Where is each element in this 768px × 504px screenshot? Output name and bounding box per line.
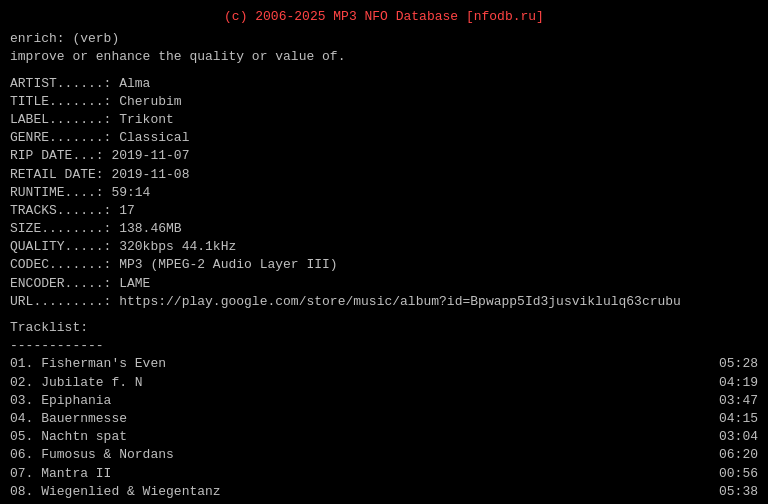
metadata-label: LABEL.......: Trikont xyxy=(10,111,758,129)
track-row: 03. Epiphania03:47 xyxy=(10,392,758,410)
track-duration: 00:56 xyxy=(698,465,758,483)
track-row: 04. Bauernmesse04:15 xyxy=(10,410,758,428)
metadata-artist: ARTIST......: Alma xyxy=(10,75,758,93)
tracklist: 01. Fisherman's Even05:2802. Jubilate f.… xyxy=(10,355,758,504)
track-title: 07. Mantra II xyxy=(10,465,698,483)
tracklist-divider: ------------ xyxy=(10,337,758,355)
track-duration: 06:20 xyxy=(698,446,758,464)
track-title: 05. Nachtn spat xyxy=(10,428,698,446)
track-duration: 03:04 xyxy=(698,428,758,446)
enrich-definition: improve or enhance the quality or value … xyxy=(10,48,758,66)
metadata-rip-date: RIP DATE...: 2019-11-07 xyxy=(10,147,758,165)
track-duration: 05:38 xyxy=(698,483,758,501)
track-duration: 05:28 xyxy=(698,355,758,373)
metadata-tracks: TRACKS......: 17 xyxy=(10,202,758,220)
track-row: 06. Fumosus & Nordans06:20 xyxy=(10,446,758,464)
metadata-genre: GENRE.......: Classical xyxy=(10,129,758,147)
track-row: 05. Nachtn spat03:04 xyxy=(10,428,758,446)
track-duration: 03:47 xyxy=(698,392,758,410)
track-row: 01. Fisherman's Even05:28 xyxy=(10,355,758,373)
track-title: 01. Fisherman's Even xyxy=(10,355,698,373)
track-duration: 04:19 xyxy=(698,374,758,392)
metadata-retail-date: RETAIL DATE: 2019-11-08 xyxy=(10,166,758,184)
metadata-runtime: RUNTIME....: 59:14 xyxy=(10,184,758,202)
track-title: 08. Wiegenlied & Wiegentanz xyxy=(10,483,698,501)
track-title: 02. Jubilate f. N xyxy=(10,374,698,392)
enrich-verb: enrich: (verb) xyxy=(10,30,758,48)
metadata-url: URL.........: https://play.google.com/st… xyxy=(10,293,758,311)
track-row: 07. Mantra II00:56 xyxy=(10,465,758,483)
track-title: 06. Fumosus & Nordans xyxy=(10,446,698,464)
track-title: 04. Bauernmesse xyxy=(10,410,698,428)
copyright-line: (c) 2006-2025 MP3 NFO Database [nfodb.ru… xyxy=(10,8,758,26)
track-title: 03. Epiphania xyxy=(10,392,698,410)
metadata-encoder: ENCODER.....: LAME xyxy=(10,275,758,293)
metadata-quality: QUALITY.....: 320kbps 44.1kHz xyxy=(10,238,758,256)
track-duration: 04:15 xyxy=(698,410,758,428)
metadata-section: ARTIST......: Alma TITLE.......: Cherubi… xyxy=(10,75,758,311)
metadata-codec: CODEC.......: MP3 (MPEG-2 Audio Layer II… xyxy=(10,256,758,274)
track-row: 08. Wiegenlied & Wiegentanz05:38 xyxy=(10,483,758,501)
track-row: 02. Jubilate f. N04:19 xyxy=(10,374,758,392)
metadata-title: TITLE.......: Cherubim xyxy=(10,93,758,111)
tracklist-header: Tracklist: xyxy=(10,319,758,337)
metadata-size: SIZE........: 138.46MB xyxy=(10,220,758,238)
